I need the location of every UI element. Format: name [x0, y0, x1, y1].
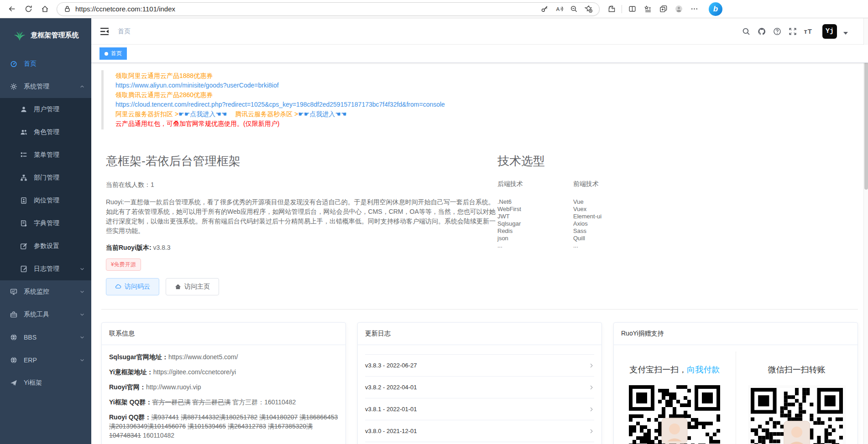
breadcrumb[interactable]: 首页 — [118, 27, 131, 36]
contact-value: 满887144332满180251782 — [181, 413, 257, 421]
sidebar-item-label: 系统工具 — [24, 310, 79, 319]
sidebar-item-菜单管理[interactable]: 菜单管理 — [0, 144, 91, 166]
contact-value: 官方一群已满 — [152, 398, 190, 406]
more-menu-icon[interactable] — [687, 2, 701, 16]
sidebar-item-日志管理[interactable]: 日志管理 — [0, 258, 91, 280]
tech-item: Element-ui — [573, 213, 601, 220]
sidebar-item-系统监控[interactable]: 系统监控 — [0, 280, 91, 303]
chevron-up-icon — [79, 84, 85, 89]
bing-chat-icon[interactable]: b — [709, 2, 722, 16]
page-scrollbar[interactable] — [863, 18, 868, 444]
sidebar-item-label: 首页 — [24, 60, 85, 68]
sidebar-item-系统管理[interactable]: 系统管理 — [0, 75, 91, 98]
sidebar-item-角色管理[interactable]: 角色管理 — [0, 121, 91, 144]
globe-icon — [10, 334, 17, 341]
password-key-icon[interactable] — [538, 2, 551, 16]
sidebar: 意框架管理系统 首页系统管理用户管理角色管理菜单管理部门管理岗位管理字典管理参数… — [0, 18, 91, 444]
zoom-out-icon[interactable] — [567, 2, 580, 16]
contact-line: Yi框架 QQ群：官方一群已满 官方二群已满 官方三群：160110482 — [109, 398, 338, 407]
badge-icon — [20, 197, 27, 204]
alipay-pay-link[interactable]: 向我付款 — [687, 365, 720, 374]
notice-line: https://cloud.tencent.com/redirect.php?r… — [115, 100, 858, 109]
visit-gitee-button[interactable]: 访问码云 — [106, 278, 159, 295]
scrollbar-thumb[interactable] — [864, 62, 868, 190]
favorites-add-icon[interactable] — [582, 2, 595, 16]
refresh-icon[interactable] — [21, 2, 36, 16]
tag-label: 首页 — [111, 50, 122, 57]
notice-link[interactable]: https://cloud.tencent.com/redirect.php?r… — [115, 101, 445, 108]
chevron-right-icon — [589, 385, 594, 390]
changelog-item-v3.8.2[interactable]: v3.8.2 - 2022-04-01 — [365, 377, 594, 398]
wechat-caption: 微信扫一扫转账 — [768, 364, 826, 375]
app-window: 意框架管理系统 首页系统管理用户管理角色管理菜单管理部门管理岗位管理字典管理参数… — [0, 18, 868, 444]
help-icon[interactable] — [773, 27, 782, 36]
back-icon[interactable] — [5, 2, 19, 16]
tech-item: JWT — [497, 213, 523, 220]
user-icon — [20, 106, 27, 113]
wechat-column: 微信扫一扫转账 — [736, 351, 858, 444]
sidebar-item-BBS[interactable]: BBS — [0, 326, 91, 349]
notice-text: 领取阿里云通用云产品1888优惠券 — [115, 72, 213, 79]
backend-tech-list: .Net6WebFirstJWTSqlsugarRedisjson... — [497, 198, 523, 249]
sidebar-item-系统工具[interactable]: 系统工具 — [0, 303, 91, 326]
intro-section: 意框架-若依后台管理框架 当前在线人数：1 Ruoyi:一直想做一款后台管理系统… — [101, 153, 858, 295]
top-navbar: 首页 тT Yj — [91, 18, 868, 45]
notice-link[interactable]: https://www.aliyun.com/minisite/goods?us… — [115, 82, 279, 89]
announcement-block: 领取阿里云通用云产品1888优惠券https://www.aliyun.com/… — [101, 70, 858, 129]
app-logo[interactable]: 意框架管理系统 — [0, 18, 91, 52]
book-icon — [20, 220, 27, 227]
menu-list-icon — [20, 151, 27, 159]
frontend-tech-list: VueVuexElement-uiAxiosSassQuill... — [573, 198, 601, 249]
changelog-item-v3.8.3[interactable]: v3.8.3 - 2022-06-27 — [365, 355, 594, 377]
address-bar[interactable]: https://ccnetcore.com:1101/index A — [57, 2, 600, 16]
browser-actions: b — [604, 2, 722, 16]
sidebar-item-岗位管理[interactable]: 岗位管理 — [0, 189, 91, 212]
notice-link[interactable]: ☛☛点我进入☚☚ — [178, 110, 227, 118]
sidebar-item-Yi框架[interactable]: Yi框架 — [0, 372, 91, 394]
changelog-item-v3.8.0[interactable]: v3.8.0 - 2021-12-01 — [365, 420, 594, 442]
read-aloud-icon[interactable]: A — [553, 2, 565, 16]
notice-line: https://www.aliyun.com/minisite/goods?us… — [115, 81, 858, 90]
sidebar-toggle-icon[interactable] — [99, 26, 110, 36]
sidebar-item-ERP[interactable]: ERP — [0, 349, 91, 372]
notice-line: 云产品通用红包，可叠加官网常规优惠使用。(仅限新用户) — [115, 119, 858, 129]
tag-home[interactable]: 首页 — [99, 47, 127, 60]
profile-avatar-icon[interactable] — [671, 2, 686, 16]
url-text[interactable]: https://ccnetcore.com:1101/index — [75, 5, 534, 13]
sidebar-item-label: 岗位管理 — [34, 196, 85, 205]
avatar-caret-icon[interactable] — [843, 32, 848, 35]
edit-icon — [20, 243, 27, 250]
contact-line: Yi意框架地址：https://gitee.com/ccnetcore/yi — [109, 367, 338, 377]
chevron-right-icon — [589, 429, 594, 434]
org-icon — [20, 174, 27, 181]
sidebar-item-部门管理[interactable]: 部门管理 — [0, 166, 91, 189]
log-icon — [20, 265, 27, 273]
changelog-item-v3.7.0[interactable]: v3.7.0 - 2021-09-13 — [365, 442, 594, 444]
sidebar-item-用户管理[interactable]: 用户管理 — [0, 98, 91, 121]
user-avatar[interactable]: Yj — [822, 24, 837, 39]
changelog-item-v3.8.1[interactable]: v3.8.1 - 2022-01-01 — [365, 398, 594, 420]
changelog-card: 更新日志 v3.8.3 - 2022-06-27v3.8.2 - 2022-04… — [357, 322, 602, 444]
browser-toolbar: https://ccnetcore.com:1101/index A b — [0, 0, 868, 18]
contact-card-body: Sqlsugar官网地址：https://www.donet5.com/Yi意框… — [102, 345, 345, 444]
collections-icon[interactable] — [640, 2, 655, 16]
font-size-icon[interactable]: тT — [804, 27, 812, 35]
alipay-caption-text: 支付宝扫一扫， — [629, 365, 687, 374]
visit-home-button[interactable]: 访问主页 — [166, 278, 219, 295]
notice-link[interactable]: ☛☛点我进入☚☚ — [298, 110, 346, 118]
sidebar-menu: 首页系统管理用户管理角色管理菜单管理部门管理岗位管理字典管理参数设置日志管理系统… — [0, 52, 91, 394]
split-screen-icon[interactable] — [625, 2, 639, 16]
tab-copy-icon[interactable] — [656, 2, 670, 16]
fullscreen-icon[interactable] — [788, 27, 797, 36]
tech-item: Sqlsugar — [497, 220, 523, 227]
lock-icon[interactable] — [63, 2, 72, 16]
sidebar-item-首页[interactable]: 首页 — [0, 52, 91, 75]
sidebar-item-参数设置[interactable]: 参数设置 — [0, 235, 91, 258]
sidebar-item-label: 角色管理 — [34, 128, 85, 136]
search-icon[interactable] — [742, 27, 751, 36]
github-icon[interactable] — [757, 27, 766, 36]
changelog-item-label: v3.8.3 - 2022-06-27 — [365, 362, 417, 369]
extensions-icon[interactable] — [604, 2, 619, 16]
sidebar-item-字典管理[interactable]: 字典管理 — [0, 212, 91, 235]
home-icon[interactable] — [37, 2, 52, 16]
